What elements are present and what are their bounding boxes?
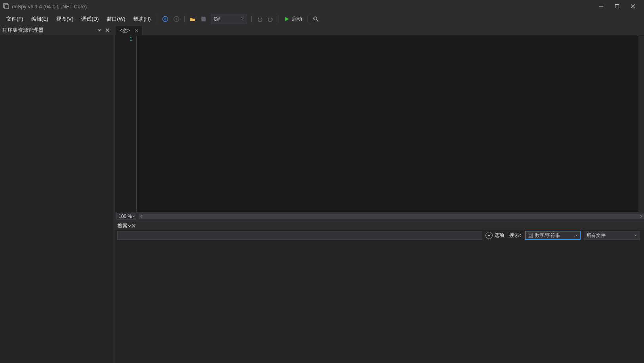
zoom-select[interactable]: 100 %	[117, 213, 136, 220]
panel-options-button[interactable]	[96, 27, 103, 34]
search-type-select[interactable]: 数字/字符串	[525, 231, 581, 240]
search-toolbar-button[interactable]	[311, 14, 321, 24]
search-options-label: 选项	[494, 232, 504, 239]
language-select-value: C#	[214, 16, 220, 22]
search-controls-row: 选项 搜索: 数字/字符串 所有文件	[115, 230, 644, 241]
title-bar: dnSpy v6.1.4 (64-bit, .NET Core)	[0, 0, 644, 13]
menu-debug[interactable]: 调试(D)	[77, 13, 103, 25]
start-button[interactable]: 启动	[281, 14, 305, 24]
svg-rect-1	[5, 5, 9, 9]
svg-line-18	[132, 224, 135, 227]
chevron-down-icon	[573, 231, 579, 239]
editor-tab-empty[interactable]: <空>	[116, 26, 142, 35]
search-panel-options-button[interactable]	[128, 223, 132, 229]
svg-rect-3	[615, 5, 619, 8]
search-panel-title: 搜索	[117, 222, 128, 229]
horizontal-scrollbar[interactable]	[139, 214, 644, 219]
code-editor[interactable]: 1	[115, 35, 644, 212]
search-scope-select[interactable]: 所有文件	[584, 231, 640, 240]
nav-forward-button[interactable]	[172, 14, 181, 24]
svg-line-4	[631, 4, 635, 8]
menu-view[interactable]: 视图(V)	[52, 13, 77, 25]
search-type-value: 数字/字符串	[535, 232, 560, 239]
search-panel-close-button[interactable]	[132, 223, 136, 229]
menu-file[interactable]: 文件(F)	[2, 13, 27, 25]
editor-status-bar: 100 %	[115, 212, 644, 220]
zoom-value: 100 %	[118, 214, 132, 219]
line-number: 1	[115, 36, 132, 42]
undo-button[interactable]	[255, 14, 264, 24]
search-results-list[interactable]	[115, 241, 644, 363]
svg-rect-19	[529, 234, 531, 237]
svg-point-7	[174, 17, 179, 22]
menu-help[interactable]: 帮助(H)	[129, 13, 155, 25]
start-label: 启动	[292, 15, 302, 23]
menu-window[interactable]: 窗口(W)	[103, 13, 129, 25]
svg-point-11	[314, 17, 317, 20]
chevron-down-icon	[633, 231, 639, 239]
search-scope-value: 所有文件	[587, 232, 606, 239]
redo-button[interactable]	[266, 14, 275, 24]
scroll-left-icon[interactable]	[139, 214, 144, 219]
close-button[interactable]	[625, 1, 641, 12]
menu-bar: 文件(F) 编辑(E) 视图(V) 调试(D) 窗口(W) 帮助(H) C# 启…	[0, 13, 644, 25]
toolbar-separator	[184, 15, 185, 23]
svg-line-16	[135, 29, 138, 32]
chevron-down-icon	[132, 214, 135, 219]
menu-edit[interactable]: 编辑(E)	[27, 13, 52, 25]
toolbar-separator	[279, 15, 279, 23]
chevron-down-icon	[240, 15, 246, 23]
minimize-button[interactable]	[593, 1, 609, 12]
search-input[interactable]	[117, 231, 482, 240]
tab-close-button[interactable]	[133, 28, 140, 34]
search-label: 搜索:	[509, 232, 521, 239]
search-panel: 搜索 选项 搜索:	[115, 220, 644, 363]
svg-line-5	[631, 4, 635, 8]
window-title: dnSpy v6.1.4 (64-bit, .NET Core)	[12, 4, 87, 10]
assembly-explorer-tree[interactable]	[0, 35, 113, 363]
code-editor-content[interactable]	[136, 36, 641, 212]
nav-back-button[interactable]	[161, 14, 170, 24]
svg-rect-10	[202, 19, 205, 21]
search-options-toggle[interactable]: 选项	[485, 232, 504, 239]
svg-rect-9	[203, 17, 205, 19]
save-button[interactable]	[199, 14, 208, 24]
constant-icon	[528, 233, 533, 238]
language-select[interactable]: C#	[211, 15, 247, 23]
svg-line-17	[132, 224, 135, 227]
svg-line-14	[106, 29, 109, 32]
panel-close-button[interactable]	[104, 27, 111, 34]
vertical-scrollbar[interactable]	[638, 36, 644, 212]
svg-rect-0	[4, 4, 8, 8]
line-number-gutter: 1	[115, 35, 136, 212]
play-icon	[285, 17, 289, 21]
assembly-explorer-title: 程序集资源管理器	[2, 27, 44, 34]
svg-line-15	[135, 29, 138, 32]
toolbar-separator	[157, 15, 157, 23]
svg-point-6	[163, 17, 168, 22]
svg-line-12	[317, 20, 318, 21]
editor-tab-label: <空>	[120, 27, 130, 34]
search-panel-header: 搜索	[115, 222, 644, 230]
toolbar-separator	[251, 15, 252, 23]
maximize-button[interactable]	[609, 1, 625, 12]
toolbar-separator	[308, 15, 308, 23]
assembly-explorer-panel: 程序集资源管理器	[0, 25, 115, 363]
scroll-right-icon[interactable]	[638, 214, 644, 219]
open-button[interactable]	[188, 14, 197, 24]
chevron-down-circle-icon	[485, 232, 493, 239]
svg-rect-8	[201, 17, 206, 21]
assembly-explorer-header: 程序集资源管理器	[0, 25, 113, 35]
app-icon	[3, 3, 10, 10]
svg-line-13	[106, 29, 109, 32]
editor-tab-strip: <空>	[115, 25, 644, 35]
